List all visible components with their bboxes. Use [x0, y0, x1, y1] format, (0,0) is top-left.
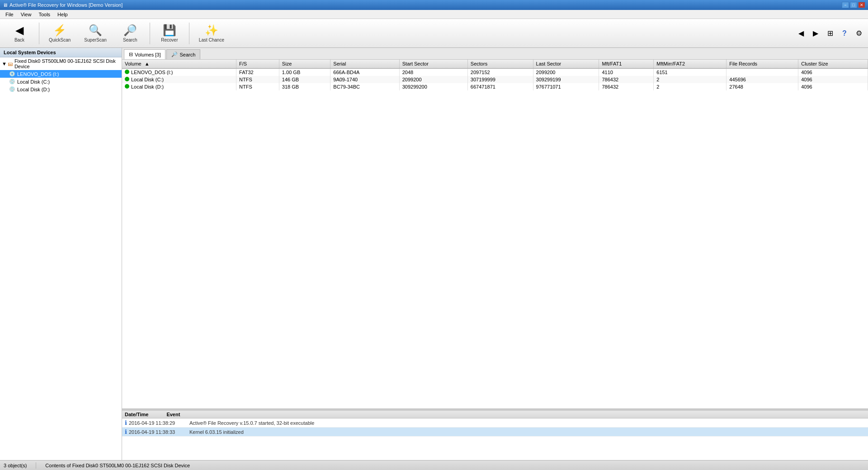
tab-bar: ⊟ Volumes [3] 🔎 Search: [122, 48, 868, 60]
lastchance-icon: ✨: [205, 24, 218, 37]
volume-status-icon: [125, 77, 129, 81]
menu-help[interactable]: Help: [54, 11, 71, 18]
tab-volumes[interactable]: ⊟ Volumes [3]: [124, 49, 165, 59]
app-icon: 🖥: [3, 2, 8, 8]
cell-cluster_size: 4096: [798, 68, 868, 76]
cell-volume: LENOVO_DOS (I:): [122, 68, 236, 76]
table-body: LENOVO_DOS (I:)FAT321.00 GB666A-BD4A2048…: [122, 68, 868, 90]
col-start-sector[interactable]: Start Sector: [399, 60, 467, 68]
cell-mft_fat2: 2: [654, 83, 726, 90]
menu-view[interactable]: View: [17, 11, 35, 18]
lastchance-button[interactable]: ✨ Last Chance: [193, 21, 230, 46]
volumes-tab-label: Volumes [3]: [135, 52, 160, 57]
col-sectors[interactable]: Sectors: [467, 60, 533, 68]
search-icon: 🔎: [123, 24, 137, 37]
table-row[interactable]: LENOVO_DOS (I:)FAT321.00 GB666A-BD4A2048…: [122, 68, 868, 76]
cell-last_sector: 976771071: [533, 83, 599, 90]
log-info-icon: ℹ: [125, 419, 127, 426]
log-col-event: Event: [166, 412, 180, 417]
menu-file[interactable]: File: [2, 11, 17, 18]
cell-mft_fat1: 4110: [599, 68, 654, 76]
cell-size: 146 GB: [279, 76, 330, 83]
log-datetime: 2016-04-19 11:38:33: [129, 429, 188, 435]
cell-last_sector: 2099200: [533, 68, 599, 76]
search-button[interactable]: 🔎 Search: [114, 21, 146, 46]
status-contents: Contents of Fixed Disk0 ST500LM0 00-1EJ1…: [45, 463, 190, 468]
tree-item-lenovo-label: LENOVO_DOS (I:): [17, 71, 59, 77]
prev-button[interactable]: ◀: [796, 28, 807, 39]
menu-tools[interactable]: Tools: [35, 11, 54, 18]
col-mft-fat2[interactable]: MftMirr/FAT2: [654, 60, 726, 68]
log-col-datetime: Date/Time: [125, 412, 148, 417]
toolbar-separator-1: [39, 23, 39, 44]
help-button[interactable]: ?: [839, 28, 850, 39]
cell-mft_fat2: 2: [654, 76, 726, 83]
cell-fs: NTFS: [236, 76, 279, 83]
cell-file_records: [726, 68, 798, 76]
tree-item-lenovo-dos[interactable]: 💿 LENOVO_DOS (I:): [0, 70, 122, 78]
cell-mft_fat1: 786432: [599, 83, 654, 90]
table-area: Volume ▲ F/S Size Serial Start Sector Se…: [122, 60, 868, 409]
cell-fs: NTFS: [236, 83, 279, 90]
tree-item-d-label: Local Disk (D:): [17, 87, 50, 92]
log-rows: ℹ2016-04-19 11:38:29Active® File Recover…: [122, 418, 868, 437]
quickscan-button[interactable]: ⚡ QuickScan: [43, 21, 76, 46]
cell-volume: Local Disk (D:): [122, 83, 236, 90]
maximize-button[interactable]: □: [850, 2, 857, 8]
minimize-button[interactable]: −: [842, 2, 849, 8]
col-last-sector[interactable]: Last Sector: [533, 60, 599, 68]
hdd-icon: 🖴: [8, 61, 13, 66]
cell-cluster_size: 4096: [798, 76, 868, 83]
next-button[interactable]: ▶: [810, 28, 821, 39]
status-bar: 3 object(s) Contents of Fixed Disk0 ST50…: [0, 460, 868, 470]
col-cluster-size[interactable]: Cluster Size: [798, 60, 868, 68]
volumes-tab-icon: ⊟: [129, 52, 133, 57]
col-mft-fat1[interactable]: Mft/FAT1: [599, 60, 654, 68]
cell-sectors: 667471871: [467, 83, 533, 90]
tree-item-disk0-label: Fixed Disk0 ST500LM0 00-1EJ162 SCSI Disk…: [14, 58, 120, 69]
grid-button[interactable]: ⊞: [825, 28, 835, 39]
recover-icon: 💾: [163, 24, 176, 37]
table-row[interactable]: Local Disk (C:)NTFS146 GB9A09-1740209920…: [122, 76, 868, 83]
log-row[interactable]: ℹ2016-04-19 11:38:33Kernel 6.03.15 initi…: [122, 428, 868, 437]
log-datetime: 2016-04-19 11:38:29: [129, 420, 188, 426]
log-row[interactable]: ℹ2016-04-19 11:38:29Active® File Recover…: [122, 418, 868, 428]
volume-icon-d: 💿: [9, 86, 15, 92]
local-system-devices-label: Local System Devices: [4, 50, 56, 55]
back-icon: ◀: [15, 24, 24, 37]
tree-item-c-label: Local Disk (C:): [17, 79, 50, 85]
left-panel: Local System Devices ▼ 🖴 Fixed Disk0 ST5…: [0, 48, 122, 460]
tree-item-local-c[interactable]: 💿 Local Disk (C:): [0, 78, 122, 85]
log-header: Date/Time Event: [122, 411, 868, 418]
tree-item-disk-expand[interactable]: ▼ 🖴 Fixed Disk0 ST500LM0 00-1EJ162 SCSI …: [0, 57, 122, 70]
col-volume[interactable]: Volume ▲: [122, 60, 236, 68]
table-row[interactable]: Local Disk (D:)NTFS318 GBBC79-34BC309299…: [122, 83, 868, 90]
window-title: Active® File Recovery for Windows [Demo …: [9, 2, 123, 8]
cell-mft_fat2: 6151: [654, 68, 726, 76]
log-event-text: Active® File Recovery v.15.0.7 started, …: [189, 420, 314, 426]
volume-status-icon: [125, 70, 129, 74]
cell-sectors: 307199999: [467, 76, 533, 83]
col-serial[interactable]: Serial: [330, 60, 399, 68]
volumes-table: Volume ▲ F/S Size Serial Start Sector Se…: [122, 60, 868, 90]
volume-icon-c: 💿: [9, 79, 15, 85]
tab-search[interactable]: 🔎 Search: [166, 49, 200, 59]
search-tab-icon: 🔎: [171, 52, 178, 57]
cell-size: 1.00 GB: [279, 68, 330, 76]
superscan-button[interactable]: 🔍 SuperScan: [78, 21, 112, 46]
cell-start_sector: 309299200: [399, 83, 467, 90]
title-bar: 🖥 Active® File Recovery for Windows [Dem…: [0, 0, 868, 10]
col-size[interactable]: Size: [279, 60, 330, 68]
cell-start_sector: 2048: [399, 68, 467, 76]
settings-button[interactable]: ⚙: [854, 28, 864, 39]
col-file-records[interactable]: File Records: [726, 60, 798, 68]
recover-button[interactable]: 💾 Recover: [154, 21, 185, 46]
cell-cluster_size: 4096: [798, 83, 868, 90]
col-fs[interactable]: F/S: [236, 60, 279, 68]
tree-item-local-d[interactable]: 💿 Local Disk (D:): [0, 85, 122, 93]
close-button[interactable]: ✕: [858, 2, 865, 8]
log-info-icon: ℹ: [125, 428, 127, 435]
back-button[interactable]: ◀ Back: [4, 21, 35, 46]
cell-serial: 666A-BD4A: [330, 68, 399, 76]
status-objects: 3 object(s): [4, 463, 27, 468]
